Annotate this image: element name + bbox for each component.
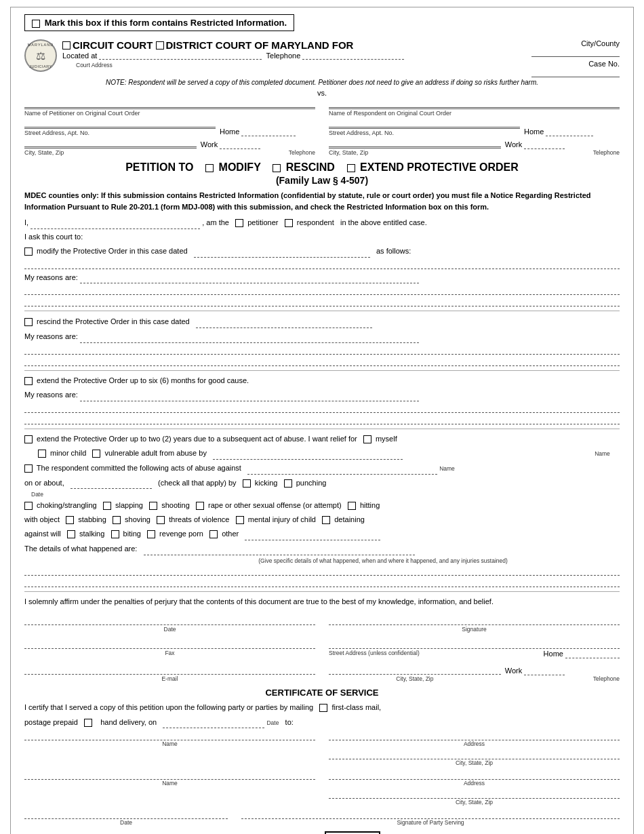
cert-address1-label: Address — [329, 740, 620, 747]
name-field[interactable] — [31, 216, 200, 229]
cert-city1-field[interactable] — [329, 750, 620, 759]
street-address-unless-field[interactable] — [329, 638, 620, 649]
details-line2[interactable] — [24, 578, 620, 587]
home-sig-field[interactable] — [565, 650, 620, 658]
detaining-checkbox[interactable] — [322, 516, 330, 524]
rescind-order-checkbox[interactable] — [24, 318, 33, 326]
details-row: The details of what happened are: — [24, 542, 620, 555]
hitting-checkbox[interactable] — [348, 502, 356, 510]
sig-party-label: Signature of Party Serving — [241, 819, 620, 826]
extend-checkbox[interactable] — [347, 164, 355, 172]
myself-checkbox[interactable] — [363, 435, 371, 443]
work-sig-field[interactable] — [524, 667, 565, 675]
other-checkbox[interactable] — [209, 530, 218, 538]
rescind-date-field[interactable] — [196, 315, 372, 328]
affirm-text: I solemnly affirm under the penalties of… — [24, 596, 620, 608]
resp-work-field[interactable] — [524, 140, 565, 149]
mental-injury-checkbox[interactable] — [236, 516, 244, 524]
on-or-about-date-field[interactable] — [71, 477, 152, 490]
resp-home-label: Home — [524, 127, 544, 136]
telephone-field[interactable] — [302, 51, 404, 60]
signature-field[interactable] — [329, 614, 620, 625]
shooting-checkbox[interactable] — [149, 502, 157, 510]
stalking-checkbox[interactable] — [67, 530, 75, 538]
choking-checkbox[interactable] — [24, 502, 33, 510]
city-county-label: City/County — [531, 39, 620, 47]
rescind-line2[interactable] — [24, 357, 620, 366]
modify-checkbox[interactable] — [205, 164, 214, 172]
modify-date-field[interactable] — [194, 245, 370, 258]
first-class-checkbox[interactable] — [319, 704, 327, 712]
postage-checkbox[interactable] — [84, 719, 92, 727]
threats-checkbox[interactable] — [157, 516, 165, 524]
vulnerable-name-field[interactable] — [213, 447, 403, 460]
minor-child-checkbox[interactable] — [38, 450, 46, 458]
court-address-field[interactable] — [99, 51, 262, 60]
reasons-modify-field[interactable] — [80, 271, 419, 284]
extend6-line1[interactable] — [24, 403, 620, 413]
reasons-modify-line1[interactable] — [24, 285, 620, 295]
vulnerable-adult-checkbox[interactable] — [92, 450, 100, 458]
restricted-checkbox[interactable] — [32, 20, 40, 28]
petitioner-name-field[interactable] — [24, 98, 315, 108]
shoving-checkbox[interactable] — [113, 516, 121, 524]
kicking-checkbox[interactable] — [243, 479, 251, 488]
delivery-date-field[interactable] — [163, 716, 264, 729]
rescind-line1[interactable] — [24, 345, 620, 355]
modify-order-checkbox[interactable] — [24, 247, 33, 256]
cert-name1-field[interactable] — [24, 731, 315, 740]
date-field[interactable] — [24, 614, 315, 625]
pet-home-field[interactable] — [241, 127, 296, 136]
respondent-name-field[interactable] — [329, 98, 620, 108]
district-court-checkbox[interactable] — [156, 41, 164, 49]
fax-field[interactable] — [24, 638, 315, 649]
pet-street-field[interactable] — [24, 118, 216, 127]
cert-address2-field[interactable] — [329, 770, 620, 780]
pet-city-field[interactable] — [24, 138, 197, 147]
extend6-line2[interactable] — [24, 415, 620, 424]
extend-6mo-checkbox[interactable] — [24, 377, 33, 385]
modify-row: modify the Protective Order in this case… — [24, 245, 620, 258]
details-line1[interactable] — [24, 566, 620, 576]
restricted-label: Mark this box if this form contains Rest… — [45, 18, 287, 28]
stabbing-checkbox[interactable] — [66, 516, 74, 524]
pet-work-field[interactable] — [220, 140, 260, 149]
revenge-porn-checkbox[interactable] — [147, 530, 155, 538]
cert-date-field[interactable] — [24, 810, 228, 819]
slapping-checkbox[interactable] — [103, 502, 111, 510]
details-field[interactable] — [144, 542, 415, 555]
cert-address1-field[interactable] — [329, 731, 620, 740]
reasons-modify-line2[interactable] — [24, 297, 620, 306]
modify-line1[interactable] — [24, 260, 620, 269]
extend-2yr-checkbox[interactable] — [24, 435, 33, 443]
committed-against-field[interactable] — [247, 462, 437, 475]
email-field[interactable] — [24, 664, 315, 675]
sig-party-field[interactable] — [241, 810, 620, 819]
other-field[interactable] — [245, 528, 380, 540]
punching-checkbox[interactable] — [284, 479, 292, 488]
extend-2yr-row: extend the Protective Order up to two (2… — [24, 433, 620, 445]
resp-home-field[interactable] — [546, 127, 593, 136]
rescind-row: rescind the Protective Order in this cas… — [24, 315, 620, 328]
acts-row1: choking/strangling slapping shooting rap… — [24, 500, 620, 512]
circuit-court-checkbox[interactable] — [62, 41, 71, 49]
rape-checkbox[interactable] — [196, 502, 204, 510]
on-or-about-sublabel-row: Date — [24, 491, 620, 498]
city-state-zip-sig-label: City, State, Zip — [329, 675, 501, 682]
respondent-check[interactable] — [285, 219, 293, 227]
resp-city-label: City, State, Zip — [329, 148, 501, 156]
case-no-label: Case No. — [531, 60, 620, 68]
cert-city2-field[interactable] — [329, 789, 620, 799]
cert-name2-field[interactable] — [24, 770, 315, 780]
reasons-rescind-field[interactable] — [80, 330, 419, 343]
resp-street-field[interactable] — [329, 118, 520, 127]
reasons-extend6-field[interactable] — [80, 389, 419, 401]
resp-city-field[interactable] — [329, 138, 501, 147]
reset-button[interactable]: Reset — [325, 831, 380, 834]
petitioner-check[interactable] — [235, 219, 243, 227]
resp-committed-checkbox[interactable] — [24, 464, 33, 473]
rescind-checkbox[interactable] — [273, 164, 281, 172]
biting-checkbox[interactable] — [111, 530, 119, 538]
minor-vulnerable-row: minor child vulnerable adult from abuse … — [24, 447, 620, 460]
city-state-zip-sig-field[interactable] — [329, 664, 501, 675]
